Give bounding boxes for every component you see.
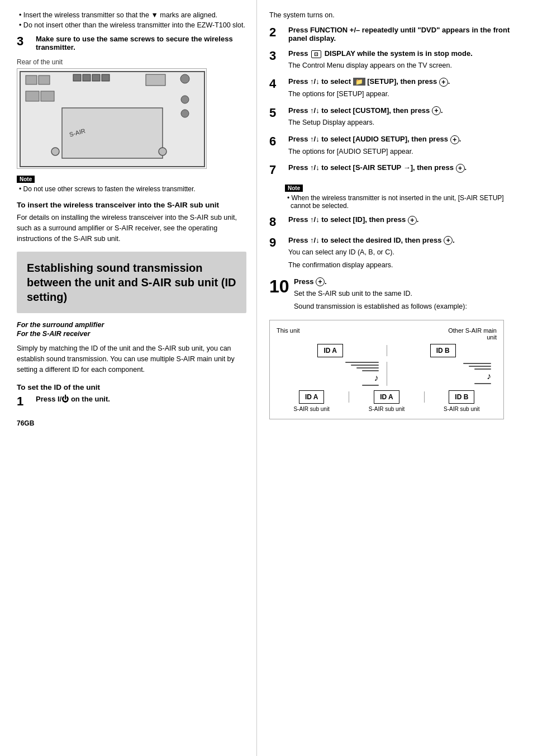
subsection-title-1: To insert the wireless transceiver into … [17,201,246,209]
step-6-sub: The options for [AUDIO SETUP] appear. [288,147,522,157]
circle-plus-9: + [444,236,453,245]
step-3-content: Make sure to use the same screws to secu… [36,35,246,51]
step-7-content: Press ↑/↓ to select [S-AIR SETUP →], the… [288,163,522,173]
sub-label-2: S-AIR sub unit [351,406,421,412]
note-label-7: Note [285,185,303,192]
svg-point-16 [181,110,189,117]
sub-label-3: S-AIR sub unit [427,406,497,412]
step-5-content: Press ↑/↓ to select [CUSTOM], then press… [288,106,522,128]
svg-rect-3 [73,74,81,81]
svg-point-8 [180,74,189,83]
circle-plus-10: + [316,277,325,286]
step-3-block: 3 Make sure to use the same screws to se… [17,35,246,51]
svg-rect-5 [92,74,100,81]
display-icon: ⊡ [311,50,321,58]
this-unit-label: This unit [277,327,300,341]
step-7-block: 7 Press ↑/↓ to select [S-AIR SETUP →], t… [269,163,522,177]
step-1-block: 1 Press I/⏻ on the unit. [17,395,246,408]
svg-point-15 [181,96,189,103]
step-10-block: 10 Press +. Set the S-AIR sub unit to th… [269,277,522,312]
step-9-sub2: The confirmation display appears. [288,260,522,271]
step-9-num: 9 [269,236,285,249]
id-a-top: ID A [317,344,343,357]
system-turns-text: The system turns on. [269,11,522,19]
intro-bullets: Insert the wireless transmitter so that … [17,11,246,29]
subsection-body-1: For details on installing the wireless t… [17,212,246,244]
svg-rect-9 [26,91,39,101]
right-column: The system turns on. 2 Press FUNCTION +/… [257,0,533,756]
svg-rect-7 [146,74,165,86]
step-3-right-content: Press ⊡ DISPLAY while the system is in s… [288,49,522,70]
step-2-text: Press FUNCTION +/– repeatedly until "DVD… [288,26,510,42]
step-5-num: 5 [269,106,285,120]
step-4-content: Press ↑/↓ to select 📁 [SETUP], then pres… [288,77,522,99]
step-3-sub: The Control Menu display appears on the … [288,60,522,71]
id-a-bottom2: ID A [374,390,399,404]
svg-rect-1 [26,75,37,84]
step-2-num: 2 [269,26,285,39]
id-b-top: ID B [430,344,456,357]
set-id-title: To set the ID of the unit [17,383,246,391]
circle-plus-5: + [432,106,441,115]
step-3-right-block: 3 Press ⊡ DISPLAY while the system is in… [269,49,522,70]
step-3-right-num: 3 [269,49,285,63]
circle-plus-7: + [456,164,465,173]
svg-rect-10 [41,91,54,101]
step-10-sub1: Set the S-AIR sub unit to the same ID. [294,289,522,299]
bullet-1: Insert the wireless transmitter so that … [17,11,246,19]
step-4-num: 4 [269,77,285,91]
highlight-title: Establishing sound transmission between … [27,261,236,304]
step-10-num: 10 [269,277,292,295]
step-5-sub: The Setup Display appears. [288,117,522,128]
step-8-block: 8 Press ↑/↓ to select [ID], then press +… [269,215,522,229]
step-10-content: Press +. Set the S-AIR sub unit to the s… [294,277,522,312]
note-box-7: Note When the wireless transmitter is no… [285,183,522,210]
step-4-block: 4 Press ↑/↓ to select 📁 [SETUP], then pr… [269,77,522,99]
svg-rect-4 [83,74,91,81]
step-8-num: 8 [269,215,285,229]
bullet-2: Do not insert other than the wireless tr… [17,21,246,29]
svg-rect-6 [102,74,110,81]
step-9-block: 9 Press ↑/↓ to select the desired ID, th… [269,236,522,271]
step-3-num: 3 [17,35,32,48]
id-a-bottom1: ID A [299,390,325,404]
svg-point-14 [159,148,166,155]
step-10-sub2: Sound transmission is established as fol… [294,301,522,312]
note-text-1: Do not use other screws to fasten the wi… [17,185,246,193]
italic-label-2: For the S-AIR receiver [17,330,246,338]
step-9-sub1: You can select any ID (A, B, or C). [288,247,522,258]
step-7-num: 7 [269,163,285,177]
step-1-num: 1 [17,395,32,408]
sub-label-1: S-AIR sub unit [277,406,346,412]
step-6-num: 6 [269,135,285,148]
other-unit-label: Other S-AIR main unit [446,327,497,341]
id-b-bottom: ID B [449,390,474,404]
note-text-7: When the wireless transmitter is not ins… [285,194,522,210]
step-3-text: Make sure to use the same screws to secu… [36,35,233,51]
step-8-content: Press ↑/↓ to select [ID], then press +. [288,215,522,225]
step-2-content: Press FUNCTION +/– repeatedly until "DVD… [288,26,522,42]
step-1-content: Press I/⏻ on the unit. [36,395,246,403]
step-9-content: Press ↑/↓ to select the desired ID, then… [288,236,522,271]
circle-plus-4: + [439,78,448,87]
left-column: Insert the wireless transmitter so that … [0,0,257,756]
sound-diagram: This unit Other S-AIR main unit ID A ID … [269,320,504,419]
step-6-block: 6 Press ↑/↓ to select [AUDIO SETUP], the… [269,135,522,157]
circle-plus-8: + [408,216,417,225]
step-5-block: 5 Press ↑/↓ to select [CUSTOM], then pre… [269,106,522,128]
italic-label-1: For the surround amplifier [17,321,246,329]
body-2: Simply by matching the ID of the unit an… [17,343,246,375]
note-box-1: Note Do not use other screws to fasten t… [17,174,246,193]
note-label-1: Note [17,176,35,183]
rear-label: Rear of the unit [17,58,246,66]
step-6-content: Press ↑/↓ to select [AUDIO SETUP], then … [288,135,522,157]
circle-plus-6: + [450,135,459,144]
svg-rect-2 [39,75,50,84]
svg-point-13 [51,148,59,155]
unit-diagram: S-AIR [17,68,207,169]
step-4-sub: The options for [SETUP] appear. [288,89,522,100]
step-2-block: 2 Press FUNCTION +/– repeatedly until "D… [269,26,522,42]
highlight-box: Establishing sound transmission between … [17,252,246,313]
page-num: 76GB [17,419,246,427]
